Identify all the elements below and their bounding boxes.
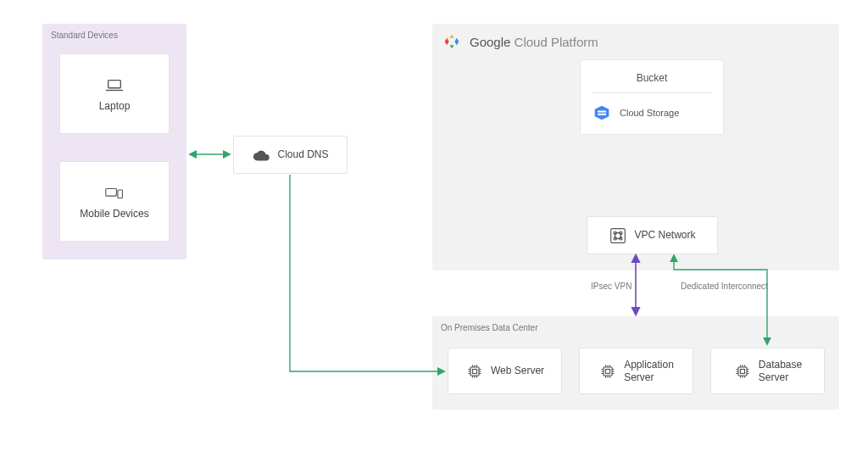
edge-dns-webserver	[290, 175, 443, 371]
connectors	[0, 0, 868, 474]
edge-dedicated-interconnect	[674, 256, 767, 343]
